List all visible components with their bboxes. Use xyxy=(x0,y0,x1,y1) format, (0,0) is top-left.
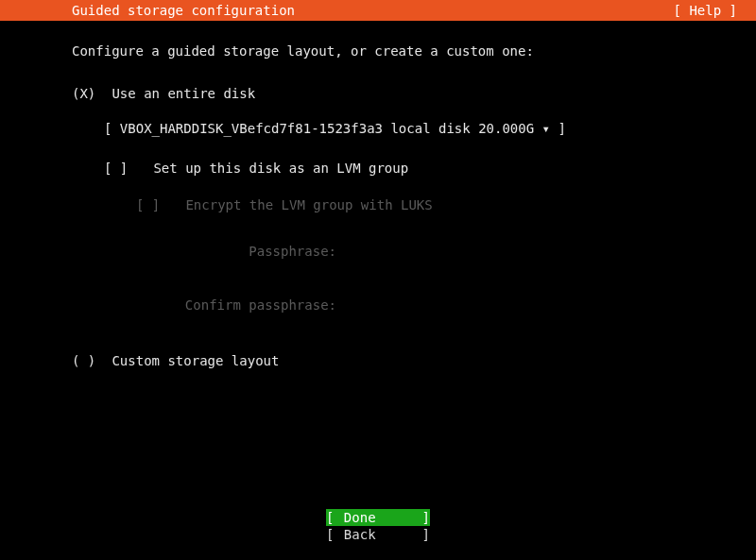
radio-mark-entire-disk: (X) xyxy=(72,82,104,106)
main-content: Configure a guided storage layout, or cr… xyxy=(0,21,756,374)
passphrase-label: Passphrase: xyxy=(72,240,336,263)
disk-selector-value: [ VBOX_HARDDISK_VBefcd7f81-1523f3a3 loca… xyxy=(104,121,566,136)
confirm-passphrase-field-row: Confirm passphrase: xyxy=(72,277,756,317)
radio-mark-custom: ( ) xyxy=(72,349,104,373)
back-button[interactable]: [ Back] xyxy=(326,526,430,543)
checkbox-mark-encrypt: [ ] xyxy=(136,194,178,217)
checkbox-encrypt-luks: [ ] Encrypt the LVM group with LUKS xyxy=(136,194,756,217)
instruction-text: Configure a guided storage layout, or cr… xyxy=(72,40,756,63)
checkbox-mark-lvm: [ ] xyxy=(104,157,146,180)
radio-entire-disk[interactable]: (X) Use an entire disk xyxy=(72,82,756,106)
checkbox-label-encrypt: Encrypt the LVM group with LUKS xyxy=(185,197,432,212)
radio-custom-layout[interactable]: ( ) Custom storage layout xyxy=(72,349,756,373)
radio-label-entire-disk: Use an entire disk xyxy=(112,86,255,101)
disk-selector-dropdown[interactable]: [ VBOX_HARDDISK_VBefcd7f81-1523f3a3 loca… xyxy=(104,117,756,141)
help-button[interactable]: [ Help ] xyxy=(674,0,737,21)
radio-label-custom: Custom storage layout xyxy=(112,353,279,368)
passphrase-field-row: Passphrase: xyxy=(72,230,756,263)
titlebar: Guided storage configuration [ Help ] xyxy=(0,0,756,21)
done-button[interactable]: [ Done] xyxy=(326,509,430,526)
checkbox-label-lvm: Set up this disk as an LVM group xyxy=(153,161,408,176)
title-text: Guided storage configuration xyxy=(72,0,295,21)
confirm-passphrase-label: Confirm passphrase: xyxy=(72,294,336,317)
footer-buttons: [ Done] [ Back] xyxy=(0,509,756,543)
checkbox-lvm[interactable]: [ ] Set up this disk as an LVM group xyxy=(104,157,756,180)
